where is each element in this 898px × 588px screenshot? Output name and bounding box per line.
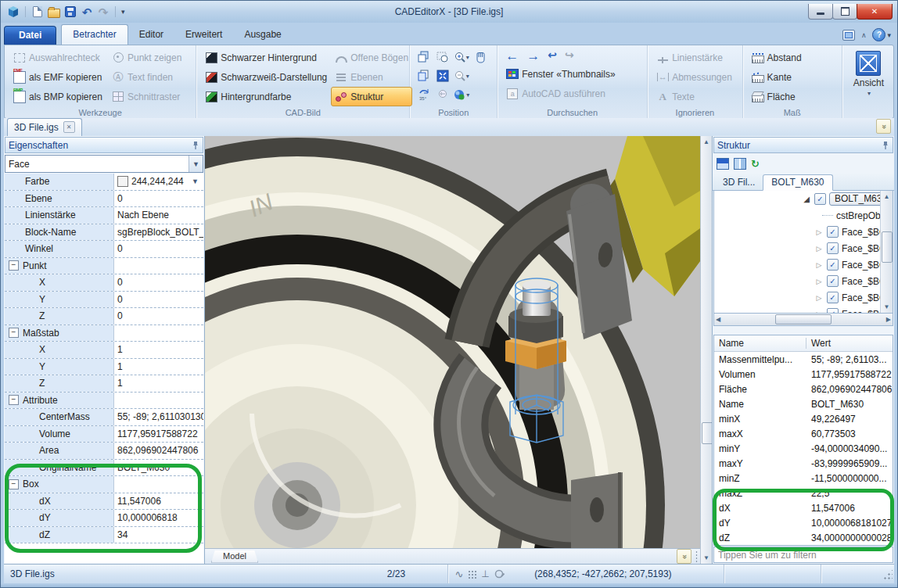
property-value[interactable]: 1 [114, 375, 203, 392]
property-value[interactable]: 0 [114, 274, 203, 291]
abstand-button[interactable]: Abstand [748, 48, 839, 67]
scroll-down-icon[interactable]: ▼ [701, 552, 712, 564]
pin-icon[interactable] [192, 141, 199, 150]
schwarzweiss-darstellung-button[interactable]: Schwarzweiß-Darstellung [201, 67, 331, 87]
tab-editor[interactable]: Editor [128, 25, 174, 45]
attribute-row-minz[interactable]: minZ-11,5000000000... [714, 471, 893, 486]
close-button[interactable]: ✕ [857, 4, 893, 20]
pan-button[interactable] [471, 48, 490, 66]
collapsed-icon[interactable]: ▷ [814, 228, 824, 236]
property-value[interactable]: 1 [114, 359, 203, 375]
minimize-button[interactable] [808, 4, 833, 20]
checkbox-checked[interactable]: ✓ [827, 292, 839, 303]
als-bmp-kopieren-button[interactable]: als BMP kopieren [9, 87, 108, 106]
tab-overflow-button[interactable]: » [876, 119, 891, 134]
tree-node-cstbrepobjecttopolog[interactable]: cstBrepObjectTopolog [714, 207, 893, 224]
attribute-row-maxz[interactable]: maxZ22,5 [714, 486, 893, 500]
property-row-z[interactable]: Z0 [5, 308, 203, 325]
ansicht-button[interactable]: Ansicht ▾ [847, 48, 890, 97]
collapse-icon[interactable]: − [9, 395, 19, 405]
dropdown-arrow-icon[interactable]: ▼ [192, 177, 203, 185]
save-button[interactable] [64, 5, 77, 18]
filter-input[interactable] [714, 550, 893, 561]
ansicht-dropdown-icon[interactable]: ▾ [867, 90, 871, 97]
struktur-toggle-button[interactable]: Struktur [331, 87, 412, 106]
property-row-ebene[interactable]: Ebene0 [5, 191, 203, 208]
checkbox-checked[interactable]: ✓ [827, 226, 839, 238]
property-value[interactable]: 0 [114, 308, 203, 324]
title-bar[interactable]: ↶ ↷ ▾ CADEditorX - [3D File.igs] ✕ [1, 1, 897, 23]
tab-ausgabe[interactable]: Ausgabe [233, 25, 292, 45]
tab-datei[interactable]: Datei [4, 26, 56, 45]
structure-panel-header[interactable]: Struktur [713, 137, 893, 153]
paint-icon[interactable] [494, 569, 505, 579]
kante-button[interactable]: Kante [748, 67, 839, 87]
column-header-name[interactable]: Name [714, 338, 806, 349]
nav-back-icon[interactable]: ← [505, 49, 519, 63]
fenster-thumbnails-button[interactable]: Fenster «Thumbnails» [502, 64, 644, 84]
property-value[interactable]: 11,547006 [114, 493, 203, 510]
property-row-x[interactable]: X0 [5, 274, 203, 292]
property-value[interactable]: 1177,95917588722 [114, 426, 203, 443]
tree-node-face-bcdf[interactable]: ▷✓Face_$BCDF [714, 224, 893, 240]
style-switcher-icon[interactable] [842, 30, 855, 41]
tree-node-face-bce1[interactable]: ▷✓Face_$BCE1 [714, 240, 893, 256]
property-value[interactable] [114, 258, 203, 274]
scroll-down-icon[interactable]: ▼ [882, 301, 893, 313]
open-file-button[interactable] [48, 5, 60, 18]
collapse-icon[interactable]: − [9, 479, 19, 489]
scroll-up-icon[interactable]: ▲ [701, 136, 712, 148]
scroll-right-icon[interactable]: ▶ [886, 316, 891, 323]
rotate-view-button[interactable] [415, 48, 433, 66]
checkbox-checked[interactable]: ✓ [827, 259, 839, 271]
property-row-z[interactable]: Z1 [5, 375, 203, 393]
splitter-grip[interactable] [695, 550, 699, 563]
property-section-ma-stab[interactable]: −Maßstab [5, 325, 203, 342]
property-row-dx[interactable]: dX11,547006 [5, 493, 203, 511]
attribute-row-massenmittelpu[interactable]: Massenmittelpu...55; -89; 2,61103... [714, 352, 893, 367]
property-row-block-name[interactable]: Block-NamesgBrepBlock_BOLT_M6 [5, 224, 203, 242]
checkbox-checked[interactable]: ✓ [814, 193, 826, 205]
attribute-row-miny[interactable]: minY-94,0000034090... [714, 441, 893, 456]
linienstaerke-button[interactable]: Linienstärke [652, 48, 738, 67]
collapsed-icon[interactable]: ▷ [814, 278, 824, 285]
scrollbar-thumb[interactable] [882, 231, 893, 263]
property-value[interactable]: BOLT_M630 [114, 460, 203, 476]
viewport-3d-render[interactable]: IN [205, 136, 700, 548]
ebenen-button[interactable]: Ebenen [331, 67, 412, 87]
collapse-icon[interactable]: − [9, 260, 19, 271]
property-value[interactable]: 244,244,244▼ [114, 174, 203, 190]
dropdown-arrow-icon[interactable]: ▾ [466, 73, 469, 80]
attribute-row-minx[interactable]: minX49,226497 [714, 411, 893, 426]
checkbox-checked[interactable]: ✓ [827, 242, 839, 254]
split-vertical-icon[interactable] [734, 158, 746, 170]
property-row-linienst-rke[interactable]: LinienstärkeNach Ebene [5, 207, 203, 224]
attribute-row-maxy[interactable]: maxY-83,9999965909... [714, 456, 893, 471]
punkt-zeigen-button[interactable]: Punkt zeigen [108, 48, 185, 67]
nav-forward-icon[interactable]: → [526, 49, 540, 63]
customize-qat-dropdown[interactable]: ▾ [121, 8, 125, 16]
dropdown-arrow-icon[interactable]: ▾ [466, 54, 469, 61]
tree-horizontal-scrollbar[interactable]: ◀ ▶ [713, 314, 893, 326]
schwarzer-hintergrund-button[interactable]: Schwarzer Hintergrund [201, 48, 331, 67]
undo-button[interactable]: ↶ [81, 5, 93, 18]
pin-icon[interactable] [882, 141, 889, 150]
model-tab[interactable]: Model [211, 550, 258, 563]
flaeche-button[interactable]: Fläche [748, 87, 839, 106]
restore-button[interactable] [832, 4, 857, 20]
property-value[interactable]: Nach Ebene [114, 207, 203, 224]
property-row-farbe[interactable]: Farbe244,244,244▼ [5, 174, 203, 191]
property-value[interactable]: 862,096902447806 [114, 443, 203, 459]
ortho-snap-icon[interactable]: ⊥ [481, 568, 489, 579]
app-logo-icon[interactable] [7, 5, 20, 18]
texte-button[interactable]: ATexte [652, 87, 738, 106]
auswahlrechteck-button[interactable]: Auswahlrechteck [9, 48, 108, 67]
collapsed-icon[interactable]: ▷ [814, 245, 824, 253]
property-value[interactable]: 55; -89; 2,6110301303 [114, 409, 203, 425]
layout-overflow-button[interactable]: » [677, 549, 691, 564]
property-section-box[interactable]: −Box [5, 476, 203, 493]
property-row-y[interactable]: Y0 [5, 292, 203, 309]
property-value[interactable]: 0 [114, 292, 203, 308]
property-row-dy[interactable]: dY10,000006818 [5, 510, 203, 527]
help-icon[interactable]: ? [872, 28, 885, 41]
